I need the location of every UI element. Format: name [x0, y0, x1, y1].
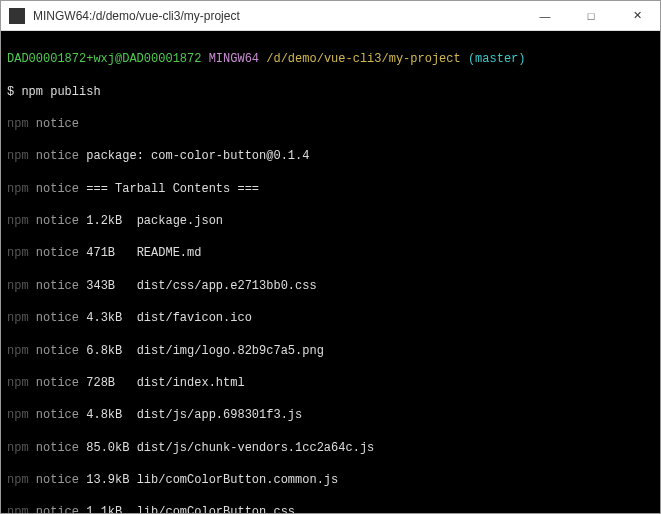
- output-line: npm notice 85.0kB dist/js/chunk-vendors.…: [7, 440, 654, 456]
- notice-body: 13.9kB lib/comColorButton.common.js: [86, 473, 338, 487]
- app-icon: [9, 8, 25, 24]
- maximize-button[interactable]: □: [568, 1, 614, 31]
- npm-prefix: npm: [7, 246, 29, 260]
- npm-prefix: npm: [7, 279, 29, 293]
- npm-prefix: npm: [7, 311, 29, 325]
- minimize-button[interactable]: —: [522, 1, 568, 31]
- output-line: npm notice 4.8kB dist/js/app.698301f3.js: [7, 407, 654, 423]
- prompt-host: MINGW64: [209, 52, 259, 66]
- notice-body: 1.2kB package.json: [86, 214, 223, 228]
- notice-word: notice: [36, 182, 79, 196]
- npm-prefix: npm: [7, 408, 29, 422]
- notice-word: notice: [36, 117, 79, 131]
- notice-word: notice: [36, 214, 79, 228]
- output-line: npm notice 728B dist/index.html: [7, 375, 654, 391]
- window-titlebar: MINGW64:/d/demo/vue-cli3/my-project — □ …: [1, 1, 660, 31]
- notice-word: notice: [36, 376, 79, 390]
- prompt-user: DAD00001872+wxj@DAD00001872: [7, 52, 201, 66]
- npm-prefix: npm: [7, 149, 29, 163]
- notice-body: 343B dist/css/app.e2713bb0.css: [86, 279, 316, 293]
- prompt-branch: (master): [468, 52, 526, 66]
- output-line: npm notice 1.2kB package.json: [7, 213, 654, 229]
- output-line: npm notice package: com-color-button@0.1…: [7, 148, 654, 164]
- notice-word: notice: [36, 311, 79, 325]
- prompt-line: DAD00001872+wxj@DAD00001872 MINGW64 /d/d…: [7, 51, 654, 67]
- notice-word: notice: [36, 473, 79, 487]
- notice-body: 6.8kB dist/img/logo.82b9c7a5.png: [86, 344, 324, 358]
- window-controls: — □ ✕: [522, 1, 660, 31]
- notice-body: 728B dist/index.html: [86, 376, 244, 390]
- notice-word: notice: [36, 441, 79, 455]
- npm-prefix: npm: [7, 376, 29, 390]
- notice-body: 4.3kB dist/favicon.ico: [86, 311, 252, 325]
- notice-word: notice: [36, 149, 79, 163]
- notice-body: 1.1kB lib/comColorButton.css: [86, 505, 295, 513]
- output-line: npm notice 4.3kB dist/favicon.ico: [7, 310, 654, 326]
- prompt-path: /d/demo/vue-cli3/my-project: [266, 52, 460, 66]
- output-line: npm notice: [7, 116, 654, 132]
- notice-word: notice: [36, 279, 79, 293]
- close-button[interactable]: ✕: [614, 1, 660, 31]
- terminal-pane[interactable]: DAD00001872+wxj@DAD00001872 MINGW64 /d/d…: [1, 31, 660, 513]
- notice-body: === Tarball Contents ===: [86, 182, 259, 196]
- output-line: npm notice 471B README.md: [7, 245, 654, 261]
- output-line: npm notice 13.9kB lib/comColorButton.com…: [7, 472, 654, 488]
- command-text: npm publish: [21, 85, 100, 99]
- output-line: npm notice 1.1kB lib/comColorButton.css: [7, 504, 654, 513]
- command-line: $ npm publish: [7, 84, 654, 100]
- npm-prefix: npm: [7, 182, 29, 196]
- notice-word: notice: [36, 246, 79, 260]
- npm-prefix: npm: [7, 473, 29, 487]
- prompt-symbol: $: [7, 85, 21, 99]
- notice-word: notice: [36, 344, 79, 358]
- npm-prefix: npm: [7, 344, 29, 358]
- output-line: npm notice 343B dist/css/app.e2713bb0.cs…: [7, 278, 654, 294]
- notice-body: 471B README.md: [86, 246, 201, 260]
- notice-body: package: com-color-button@0.1.4: [86, 149, 309, 163]
- window-title: MINGW64:/d/demo/vue-cli3/my-project: [33, 9, 522, 23]
- output-line: npm notice 6.8kB dist/img/logo.82b9c7a5.…: [7, 343, 654, 359]
- npm-prefix: npm: [7, 117, 29, 131]
- notice-word: notice: [36, 505, 79, 513]
- npm-prefix: npm: [7, 505, 29, 513]
- notice-word: notice: [36, 408, 79, 422]
- notice-body: 4.8kB dist/js/app.698301f3.js: [86, 408, 302, 422]
- npm-prefix: npm: [7, 214, 29, 228]
- output-line: npm notice === Tarball Contents ===: [7, 181, 654, 197]
- npm-prefix: npm: [7, 441, 29, 455]
- notice-body: 85.0kB dist/js/chunk-vendors.1cc2a64c.js: [86, 441, 374, 455]
